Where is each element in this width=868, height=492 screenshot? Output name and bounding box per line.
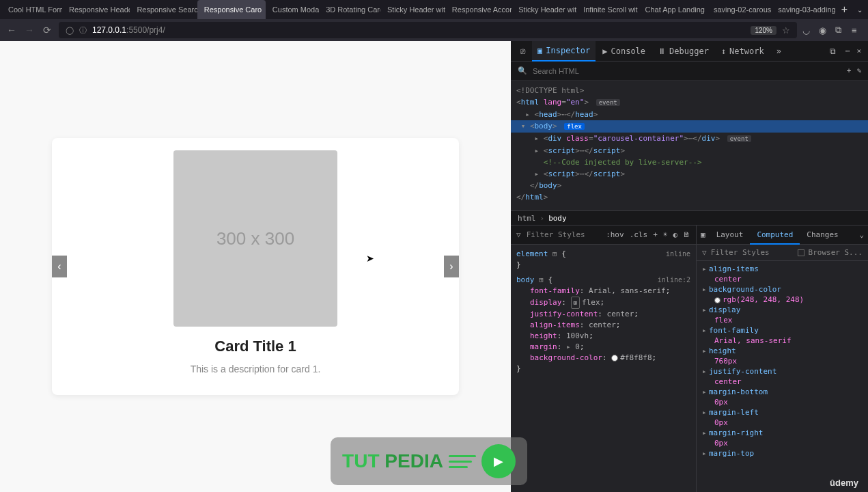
breadcrumb-body[interactable]: body [548,214,567,223]
url-text: 127.0.0.1:5500/prj4/ [92,25,165,35]
contrast-icon[interactable]: ◐ [673,230,677,239]
inspector-icon: ▣ [537,46,542,55]
filter-icon: ▽ [702,248,707,257]
console-icon: ▶ [602,46,607,56]
tab-0[interactable]: Cool HTML Form [1,0,62,19]
search-icon: 🔍 [518,66,527,75]
cls-button[interactable]: .cls [630,230,648,239]
add-node-icon[interactable]: + [847,66,852,75]
computed-pane: ▣ Layout Computed Changes ⌄ ▽ Filter Sty… [697,226,868,492]
new-tab-button[interactable]: + [836,3,853,16]
computed-filter-input[interactable]: Filter Styles [711,248,770,257]
breadcrumb: html › body [511,210,868,226]
card-image-placeholder: 300 x 300 [173,150,337,327]
reload-icon[interactable]: ⟳ [41,25,53,36]
tab-5[interactable]: 3D Rotating Card [319,0,380,19]
print-icon[interactable]: 🗎 [683,230,690,239]
devtools-menu-icon[interactable]: ⋯ [843,46,853,55]
console-tab[interactable]: ▶Console [597,41,651,62]
card-title: Card Title 1 [214,338,296,355]
carousel-prev-button[interactable]: ‹ [52,256,67,277]
computed-tab[interactable]: Computed [750,226,800,245]
inspector-tab[interactable]: ▣Inspector [532,41,596,62]
rules-body[interactable]: element ⊞ {inline } body ⊞ {inline:2 fon… [511,245,696,379]
computed-list[interactable]: ▸align-itemscenter ▸background-colorrgb(… [697,261,868,461]
cursor-icon: ➤ [366,253,374,264]
carousel-container: 300 x 300 Card Title 1 This is a descrip… [52,138,459,395]
edit-icon[interactable]: ✎ [856,66,861,75]
play-icon: ▶ [481,444,516,478]
tab-6[interactable]: Sticky Header with [380,0,445,19]
network-tab[interactable]: ↕Network [716,41,770,62]
pick-element-icon[interactable]: ⎚ [515,41,531,62]
pocket-icon[interactable]: ◡ [802,25,813,36]
layout-toggle-icon[interactable]: ▣ [697,230,710,239]
forward-icon: → [23,25,36,36]
debugger-icon: ⏸ [658,46,666,56]
html-search-input[interactable] [533,67,841,75]
back-icon[interactable]: ← [5,25,18,36]
hov-button[interactable]: :hov [606,230,624,239]
browser-styles-label: Browser S... [809,248,863,257]
tab-7[interactable]: Responsive Accord [445,0,512,19]
zoom-badge[interactable]: 120% [751,26,776,35]
html-tree[interactable]: <!DOCTYPE html> <html lang="en"> event ▸… [511,81,868,210]
page-content: 300 x 300 Card Title 1 This is a descrip… [0,41,511,492]
tab-12[interactable]: saving-03-adding-j [771,0,835,19]
tab-4[interactable]: Custom Modal [266,0,319,19]
tab-8[interactable]: Sticky Header with [512,0,576,19]
url-field[interactable]: ◯ ⓘ 127.0.0.1:5500/prj4/ 120% ☆ [59,22,797,38]
account-icon[interactable]: ◉ [819,25,830,36]
menu-icon[interactable]: ≡ [852,25,863,36]
tab-10[interactable]: Chat App Landing P [638,0,706,19]
html-search-bar: 🔍 + ✎ [511,62,868,81]
tab-2[interactable]: Responsive Search [130,0,197,19]
tab-3[interactable]: Responsive Caro× [197,0,266,19]
add-rule-icon[interactable]: + [653,230,658,239]
filter-icon: ▽ [516,230,521,239]
shield-icon: ◯ [66,26,74,35]
network-icon: ↕ [721,46,726,56]
info-icon: ⓘ [79,25,87,36]
devtools-panel: ⎚ ▣Inspector ▶Console ⏸Debugger ↕Network… [511,41,868,492]
changes-tab[interactable]: Changes [800,226,845,245]
dock-icon[interactable]: ⧉ [824,41,841,62]
breadcrumb-html[interactable]: html [518,214,536,223]
devtools-close-icon[interactable]: × [854,46,864,55]
layout-tab[interactable]: Layout [710,226,751,245]
udemy-watermark: ûdemy [830,478,858,488]
tab-9[interactable]: Infinite Scroll with [576,0,638,19]
more-tabs-icon[interactable]: » [771,41,787,62]
extensions-icon[interactable]: ⧉ [835,25,846,36]
browser-tab-bar: Cool HTML Form Responsive Header Respons… [0,0,868,19]
filter-styles-input[interactable]: Filter Styles [527,230,601,239]
light-icon[interactable]: ☀ [663,230,668,239]
debugger-tab[interactable]: ⏸Debugger [652,41,714,62]
tab-11[interactable]: saving-02-carouse [707,0,771,19]
chevron-down-icon[interactable]: ⌄ [855,230,868,239]
url-bar: ← → ⟳ ◯ ⓘ 127.0.0.1:5500/prj4/ 120% ☆ ◡ … [0,19,868,41]
card-description: This is a description for card 1. [191,364,321,374]
tabs-dropdown-icon[interactable]: ⌄ [853,6,867,14]
devtools-tabs: ⎚ ▣Inspector ▶Console ⏸Debugger ↕Network… [511,41,868,62]
rules-pane: ▽ Filter Styles :hov .cls + ☀ ◐ 🗎 elemen… [511,226,697,492]
carousel-next-button[interactable]: › [444,256,459,277]
tab-1[interactable]: Responsive Header [62,0,130,19]
tutpedia-watermark: TUT PEDIA ▶ [331,437,527,485]
browser-styles-checkbox[interactable] [798,249,804,256]
bookmark-icon[interactable]: ☆ [782,25,790,36]
